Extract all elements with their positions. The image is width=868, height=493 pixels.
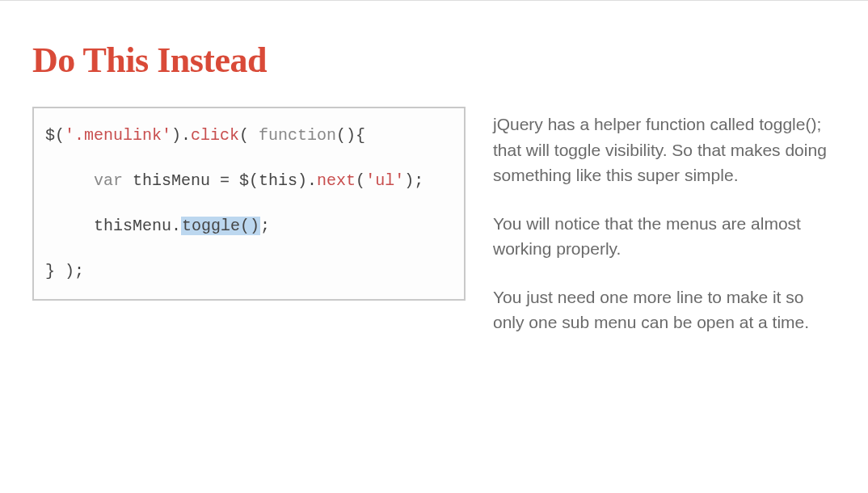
code-blank-line xyxy=(45,238,453,260)
explanation-paragraph-1: jQuery has a helper function called togg… xyxy=(493,112,836,188)
code-line-4: } ); xyxy=(45,260,453,283)
content-row: $('.menulink').click( function(){ var th… xyxy=(32,107,836,358)
explanation-paragraph-2: You will notice that the menus are almos… xyxy=(493,211,836,262)
code-line-1: $('.menulink').click( function(){ xyxy=(45,124,453,147)
code-blank-line xyxy=(45,192,453,215)
code-block: $('.menulink').click( function(){ var th… xyxy=(32,107,466,301)
highlighted-token: toggle() xyxy=(181,217,260,235)
code-line-2: var thisMenu = $(this).next('ul'); xyxy=(45,170,453,192)
code-line-3: thisMenu.toggle(); xyxy=(45,215,453,238)
explanation-paragraph-3: You just need one more line to make it s… xyxy=(493,284,836,335)
slide-heading: Do This Instead xyxy=(32,40,836,81)
code-blank-line xyxy=(45,147,453,170)
slide-container: Do This Instead $('.menulink').click( fu… xyxy=(0,1,868,390)
explanation-column: jQuery has a helper function called togg… xyxy=(493,107,836,358)
